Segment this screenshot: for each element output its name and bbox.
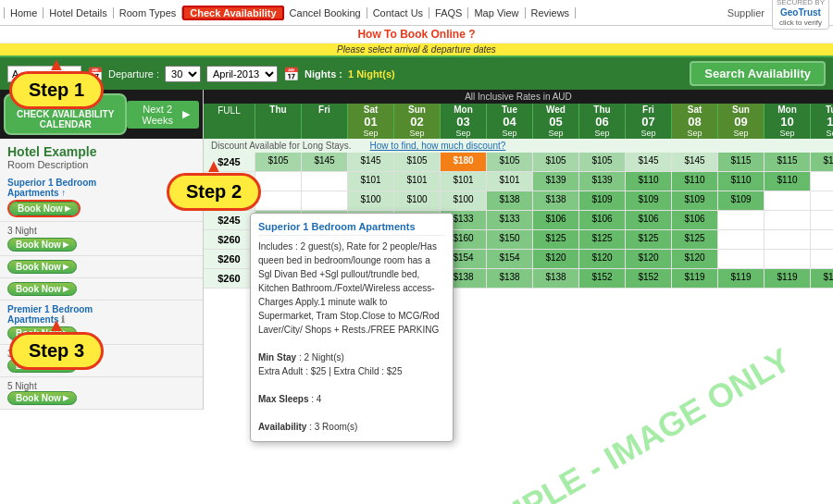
date-col-sat08: Sat08Sep: [671, 104, 717, 139]
price-cell[interactable]: $109: [625, 191, 671, 210]
full-price-premier-3night: $260: [204, 250, 255, 268]
departure-month-select[interactable]: April-2013: [206, 66, 278, 82]
price-cell[interactable]: $125: [532, 230, 578, 249]
price-cell[interactable]: $110: [625, 172, 671, 191]
price-cell[interactable]: $105: [486, 153, 532, 171]
price-cell[interactable]: $125: [625, 230, 671, 249]
geotrust-badge[interactable]: SECURED BY GeoTrust click to verify: [772, 0, 829, 30]
search-bar: 📅 Departure : 30 April-2013 📅 Nights : 1…: [0, 55, 833, 90]
price-cell-highlighted[interactable]: $180: [440, 153, 486, 171]
price-cell[interactable]: $106: [578, 211, 625, 229]
price-cell[interactable]: $145: [301, 153, 347, 171]
price-row-extra-1: $275 $100 $100 $100 $138 $138 $109 $109 …: [204, 191, 833, 211]
price-cell[interactable]: $109: [671, 191, 717, 210]
price-cell[interactable]: $120: [578, 250, 625, 268]
price-cell[interactable]: $119: [764, 269, 810, 288]
book-now-border-superior: Book Now: [7, 200, 81, 217]
date-col-mon10: Mon10Sep: [764, 104, 810, 139]
price-cell[interactable]: $106: [532, 211, 578, 229]
next-2-weeks-button[interactable]: Next 2 Weeks ▶: [127, 101, 199, 129]
date-col-tue11: Tue11Sep: [810, 104, 833, 139]
price-cell[interactable]: $100: [393, 191, 440, 210]
price-cell[interactable]: $125: [671, 230, 717, 249]
price-cell: [717, 250, 764, 268]
nav-home[interactable]: Home: [4, 7, 44, 18]
price-cell[interactable]: $105: [255, 153, 301, 171]
price-cell[interactable]: $100: [347, 191, 393, 210]
how-to-book-banner: How To Book Online ?: [0, 26, 833, 43]
price-cell[interactable]: $105: [578, 153, 625, 171]
price-cell: [764, 211, 810, 229]
price-cell[interactable]: $145: [347, 153, 393, 171]
price-cell[interactable]: $105: [393, 153, 440, 171]
price-cell[interactable]: $119: [717, 269, 764, 288]
price-cell[interactable]: $119: [671, 269, 717, 288]
book-now-premier-5night-button[interactable]: Book Now: [7, 391, 77, 405]
price-cell[interactable]: $120: [625, 250, 671, 268]
search-availability-button[interactable]: Search Availability: [690, 61, 826, 86]
nav-bar: Home Hotel Details Room Types Check Avai…: [0, 0, 833, 26]
price-cell[interactable]: $119: [810, 269, 833, 288]
price-cell[interactable]: $100: [440, 191, 486, 210]
supplier-link[interactable]: Supplier: [720, 7, 772, 18]
nav-cancel-booking[interactable]: Cancel Booking: [284, 7, 367, 18]
price-cell[interactable]: $115: [717, 153, 764, 171]
price-cell[interactable]: $125: [578, 230, 625, 249]
price-cell[interactable]: $138: [532, 191, 578, 210]
price-cell[interactable]: $101: [347, 172, 393, 191]
price-cell[interactable]: $105: [532, 153, 578, 171]
departure-day-select[interactable]: 30: [165, 66, 201, 82]
price-cell[interactable]: $115: [764, 153, 810, 171]
price-cell[interactable]: $110: [764, 172, 810, 191]
price-cell[interactable]: $120: [671, 250, 717, 268]
date-col-fri07: Fri07Sep: [625, 104, 671, 139]
discount-text: Discount Available for Long Stays.: [211, 141, 352, 151]
price-cell[interactable]: $152: [625, 269, 671, 288]
price-cell[interactable]: $152: [578, 269, 625, 288]
discount-link[interactable]: How to find, how much discount?: [370, 141, 506, 151]
price-cell[interactable]: $101: [486, 172, 532, 191]
price-cell[interactable]: $145: [671, 153, 717, 171]
nights-label: Nights :: [305, 68, 342, 80]
nav-hotel-details[interactable]: Hotel Details: [44, 7, 113, 18]
price-cell[interactable]: $138: [532, 269, 578, 288]
nav-room-types[interactable]: Room Types: [114, 7, 183, 18]
nav-map-view[interactable]: Map View: [468, 7, 525, 18]
price-cell[interactable]: $138: [486, 269, 532, 288]
price-cell[interactable]: $110: [717, 172, 764, 191]
price-cell[interactable]: $138: [486, 191, 532, 210]
price-cell: [301, 191, 347, 210]
price-cell[interactable]: $145: [625, 153, 671, 171]
nav-reviews[interactable]: Reviews: [526, 7, 577, 18]
price-cell[interactable]: $109: [717, 191, 764, 210]
price-cell[interactable]: $154: [486, 250, 532, 268]
next-chevron-icon: ▶: [182, 108, 190, 120]
price-cell[interactable]: $133: [486, 211, 532, 229]
popup-text: Includes : 2 guest(s), Rate for 2 people…: [258, 240, 445, 434]
price-cell[interactable]: $101: [393, 172, 440, 191]
book-now-3night-button[interactable]: Book Now: [7, 238, 77, 252]
price-cell[interactable]: $115: [810, 153, 833, 171]
price-cell: [810, 191, 833, 210]
departure-calendar-icon[interactable]: 📅: [283, 67, 299, 81]
price-cell[interactable]: $139: [578, 172, 625, 191]
room-info-popup: Superior 1 Bedroom Apartments Includes :…: [250, 213, 454, 442]
price-cell[interactable]: $150: [486, 230, 532, 249]
col-full-header: FULL: [204, 104, 255, 139]
price-cell: [810, 250, 833, 268]
price-cell[interactable]: $120: [532, 250, 578, 268]
how-to-book-text: How To Book Online ?: [357, 28, 475, 41]
price-cell[interactable]: $106: [625, 211, 671, 229]
nav-contact-us[interactable]: Contact Us: [367, 7, 429, 18]
nav-check-availability[interactable]: Check Availability: [182, 6, 283, 20]
price-cell[interactable]: $139: [532, 172, 578, 191]
rates-header: All Inclusive Rates in AUD: [204, 90, 833, 104]
price-cell[interactable]: $110: [671, 172, 717, 191]
book-now-extra-button[interactable]: Book Now: [7, 282, 77, 296]
price-cell[interactable]: $101: [440, 172, 486, 191]
price-cell[interactable]: $109: [578, 191, 625, 210]
price-cell[interactable]: $106: [671, 211, 717, 229]
nav-faqs[interactable]: FAQS: [429, 7, 468, 18]
book-now-5night-a-button[interactable]: Book Now: [7, 260, 77, 274]
book-now-superior-button[interactable]: Book Now: [9, 202, 79, 215]
